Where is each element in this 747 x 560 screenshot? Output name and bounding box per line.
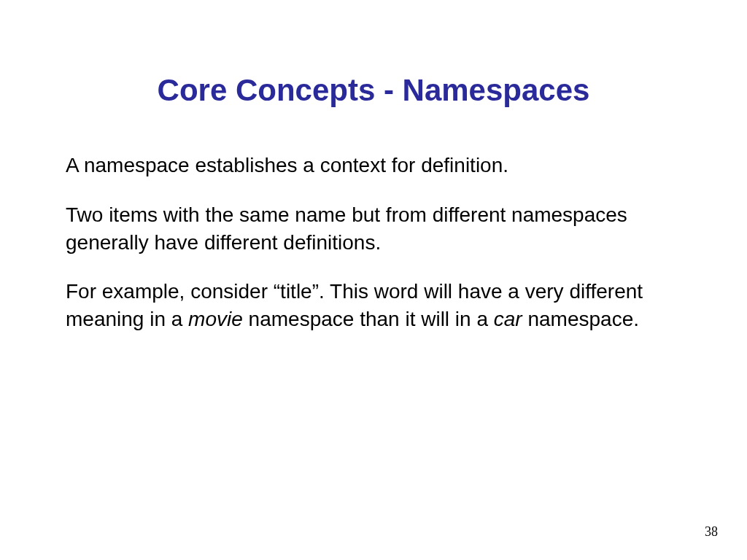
p3-italic-movie: movie [188,308,243,330]
p3-text-2: namespace than it will in a [243,308,494,330]
paragraph-1: A namespace establishes a context for de… [66,152,689,179]
paragraph-3: For example, consider “title”. This word… [66,278,689,333]
page-number: 38 [705,524,718,540]
slide-container: Core Concepts - Namespaces A namespace e… [0,0,747,560]
slide-title: Core Concepts - Namespaces [58,73,689,108]
p3-text-3: namespace. [522,308,639,330]
slide-content: A namespace establishes a context for de… [58,152,689,333]
p3-italic-car: car [494,308,522,330]
paragraph-2: Two items with the same name but from di… [66,201,689,257]
